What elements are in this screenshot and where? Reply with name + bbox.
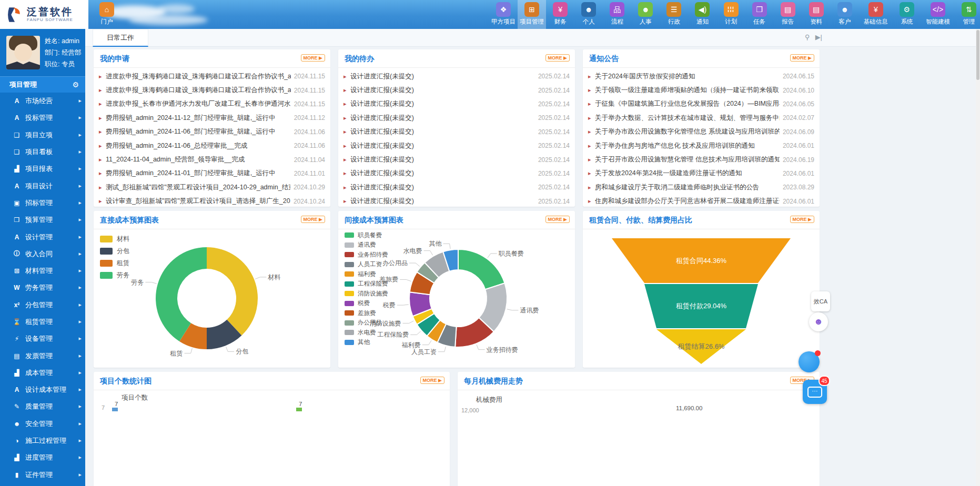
topnav-item-customer[interactable]: ☻客户 xyxy=(831,0,859,29)
sidebar-item-design[interactable]: A设计管理▶ xyxy=(0,228,85,245)
legend-item[interactable]: 材料 xyxy=(100,233,129,245)
legend-item[interactable]: 租赁 xyxy=(100,257,129,269)
legend-item[interactable]: 差旅费 xyxy=(345,308,388,318)
sidebar-item-tender[interactable]: ▣招标管理▶ xyxy=(0,195,85,211)
topnav-item-task[interactable]: ❒任务 xyxy=(745,0,774,29)
legend-item[interactable]: 其他 xyxy=(345,338,388,348)
topnav-item-sliders[interactable]: ☷计划 xyxy=(717,0,745,29)
more-button[interactable]: MORE ▶ xyxy=(790,54,814,62)
topnav-item-base-info[interactable]: ¥基础信息 xyxy=(859,0,893,29)
legend-item[interactable]: 业务招待费 xyxy=(345,250,388,260)
sidebar-item-project-design[interactable]: A项目设计▶ xyxy=(0,177,85,194)
todo-row[interactable]: ▸设计进度汇报(未提交)2025.02.14 xyxy=(343,111,570,125)
legend-item[interactable]: 职员餐费 xyxy=(345,230,388,240)
expand-icon[interactable]: ▶| xyxy=(815,33,822,41)
sidebar-item-certificate-badge[interactable]: ▮证件管理▶ xyxy=(0,467,85,483)
avatar[interactable] xyxy=(6,36,40,69)
sidebar-item-invoice[interactable]: ▤发票管理▶ xyxy=(0,347,85,364)
todo-row[interactable]: ▸设计进度汇报(未提交)2025.02.14 xyxy=(343,180,570,194)
more-button[interactable]: MORE ▶ xyxy=(545,216,570,223)
legend-item[interactable]: 税费 xyxy=(345,299,388,309)
sidebar-item-safety[interactable]: ☻安全管理▶ xyxy=(0,416,85,432)
request-row[interactable]: ▸进度款申报_珠海鹤港口建设_珠海鹤港口建设工程合作协议书_admin_...2… xyxy=(99,69,325,83)
topnav-item-smart-modeling[interactable]: </>智能建模 xyxy=(921,0,955,29)
topnav-item-report[interactable]: ▤报告 xyxy=(774,0,802,29)
topnav-item-finance[interactable]: ¥财务 xyxy=(546,0,574,29)
topnav-item-speaker[interactable]: ◀)通知 xyxy=(688,0,716,29)
notice-row[interactable]: ▸关于召开市政公用设施智慧化管理 信息技术与应用培训班的通知2024.06.19 xyxy=(588,153,814,166)
topnav-item-admin-affairs[interactable]: ☰行政 xyxy=(660,0,688,29)
todo-row[interactable]: ▸设计进度汇报(未提交)2025.02.14 xyxy=(343,195,570,208)
todo-row[interactable]: ▸设计进度汇报(未提交)2025.02.14 xyxy=(343,167,570,180)
topnav-item-workflow[interactable]: 品流程 xyxy=(603,0,631,29)
sidebar-item-cost-chart[interactable]: ▟成本管理▶ xyxy=(0,364,85,381)
contact-widget[interactable] xyxy=(799,351,820,372)
sidebar-item-leasing-hourglass[interactable]: ⌛租赁管理▶ xyxy=(0,313,85,330)
sidebar-item-equipment-plug[interactable]: ⚡设备管理▶ xyxy=(0,330,85,347)
legend-item[interactable]: 通讯费 xyxy=(345,240,388,250)
sidebar-item-project-report[interactable]: ▟项目报表▶ xyxy=(0,160,85,177)
todo-row[interactable]: ▸设计进度汇报(未提交)2025.02.14 xyxy=(343,153,570,166)
more-button[interactable]: MORE ▶ xyxy=(301,54,325,62)
sidebar-item-bidding[interactable]: A投标管理▶ xyxy=(0,109,85,126)
sidebar-item-budget[interactable]: ❒预算管理▶ xyxy=(0,211,85,228)
legend-item[interactable]: 分包 xyxy=(100,245,129,257)
key-icon[interactable]: ⚲ xyxy=(805,33,810,41)
topnav-item-portal[interactable]: ⌂门户 xyxy=(93,0,121,29)
more-button[interactable]: MORE ▶ xyxy=(545,54,570,62)
legend-item[interactable]: 工程保险费 xyxy=(345,279,388,289)
notice-row[interactable]: ▸于征集《中国建筑施工行业信息化发展报告（2024）—BIM应用与发展》材料..… xyxy=(588,97,814,111)
sidebar-item-schedule-chart[interactable]: ▟进度管理▶ xyxy=(0,449,85,466)
notice-row[interactable]: ▸关于发放2024年第24批一级建造师注册证书的通知2024.06.01 xyxy=(588,167,814,180)
ca-widget[interactable]: 效CA xyxy=(811,291,830,311)
sidebar-item-construction-process[interactable]: ◑施工过程管理▶ xyxy=(0,432,85,449)
sidebar-item-design-cost[interactable]: A设计成本管理▶ xyxy=(0,381,85,398)
sidebar-item-labor[interactable]: W劳务管理▶ xyxy=(0,279,85,296)
request-row[interactable]: ▸费用报销_admin_2024-11-06_部门经理审批_胡建,_运行中202… xyxy=(99,125,325,139)
sidebar-item-income-contract[interactable]: ⓘ收入合同▶ xyxy=(0,246,85,262)
notice-row[interactable]: ▸关于领取一级注册建造师增项贴的通知（须持一建证书前来领取）2024.06.10 xyxy=(588,83,814,97)
request-row[interactable]: ▸费用报销_admin_2024-11-12_部门经理审批_胡建,_运行中202… xyxy=(99,111,325,125)
topnav-item-hr[interactable]: ☻人事 xyxy=(631,0,660,29)
sidebar-item-materials-cart[interactable]: ⊞材料管理▶ xyxy=(0,262,85,279)
more-button[interactable]: MORE ▶ xyxy=(301,216,325,223)
todo-row[interactable]: ▸设计进度汇报(未提交)2025.02.14 xyxy=(343,139,570,153)
legend-item[interactable]: 办公用品 xyxy=(345,318,388,328)
notice-row[interactable]: ▸关于2024年国庆节放假安排的通知2024.06.15 xyxy=(588,69,814,83)
todo-row[interactable]: ▸设计进度汇报(未提交)2025.02.14 xyxy=(343,83,570,97)
legend-item[interactable]: 消防设施费 xyxy=(345,289,388,299)
more-button[interactable]: MORE ▶ xyxy=(790,216,814,223)
notice-row[interactable]: ▸房和城乡建设厅关于取消二级建造师临时执业证书的公告2023.08.29 xyxy=(588,180,814,194)
emoji-service-widget[interactable]: ☻ xyxy=(809,312,828,331)
request-row[interactable]: ▸进度款申报_长春市伊通河水力发电厂改建工程_长春市伊通河水力发电...2024… xyxy=(99,97,325,111)
topnav-item-personal[interactable]: ☻个人 xyxy=(574,0,603,29)
topnav-item-client-projects[interactable]: ❖甲方项目 xyxy=(489,0,518,29)
more-button[interactable]: MORE ▶ xyxy=(420,377,444,384)
legend-item[interactable]: 水电费 xyxy=(345,328,388,338)
todo-row[interactable]: ▸设计进度汇报(未提交)2025.02.14 xyxy=(343,97,570,111)
topnav-item-project-management[interactable]: ⊞项目管理 xyxy=(518,0,546,29)
scrollbar-thumb[interactable] xyxy=(976,30,979,80)
request-row[interactable]: ▸费用报销_admin_2024-11-06_总经理审批__完成2024.11.… xyxy=(99,139,325,153)
legend-item[interactable]: 劳务 xyxy=(100,269,129,281)
request-row[interactable]: ▸进度款申报_珠海鹤港口建设_珠海鹤港口建设工程合作协议书_admin_...2… xyxy=(99,83,325,97)
message-widget[interactable]: ⋯ 45 xyxy=(803,380,827,404)
tab-daily-work[interactable]: 日常工作 xyxy=(93,29,148,47)
sidebar-item-subcontract[interactable]: x²分包管理▶ xyxy=(0,297,85,313)
settings-gear-icon[interactable]: ⚙ xyxy=(72,77,79,93)
topnav-item-documents[interactable]: ▤资料 xyxy=(802,0,831,29)
request-row[interactable]: ▸测试_彭祖新城"四馆"景观工程设计项目_2024-10-29_admin_结束… xyxy=(99,180,325,194)
notice-row[interactable]: ▸关于举办大数据、云计算技术在城市建设、规划、管理与服务中的应用培训班...20… xyxy=(588,111,814,125)
request-row[interactable]: ▸11_2024-11-04_admin_经营部_领导审批__完成2024.11… xyxy=(99,153,325,166)
legend-item[interactable]: 人员工资 xyxy=(345,260,388,270)
sidebar-item-project-board[interactable]: ❑项目看板▶ xyxy=(0,144,85,160)
todo-row[interactable]: ▸设计进度汇报(未提交)2025.02.14 xyxy=(343,125,570,139)
notice-row[interactable]: ▸关于举办住房与房地产信息化 技术及应用培训班的通知2024.06.01 xyxy=(588,139,814,153)
todo-row[interactable]: ▸设计进度汇报(未提交)2025.02.14 xyxy=(343,69,570,83)
sidebar-item-project-initiation[interactable]: ❑项目立项▶ xyxy=(0,127,85,144)
notice-row[interactable]: ▸关于举办市政公用设施数字化管理信息 系统建设与应用培训班的通知2024.06.… xyxy=(588,125,814,139)
topnav-item-management[interactable]: ⇅管理 xyxy=(955,0,980,29)
topnav-item-system-gear[interactable]: ⚙系统 xyxy=(893,0,921,29)
request-row[interactable]: ▸设计审查_彭祖新城"四馆"景观工程设计项目_请选择_胡广生_2024-10-2… xyxy=(99,195,325,208)
notice-row[interactable]: ▸住房和城乡建设部办公厅关于同意吉林省开展二级建造师注册证书电子化试点...20… xyxy=(588,195,814,208)
